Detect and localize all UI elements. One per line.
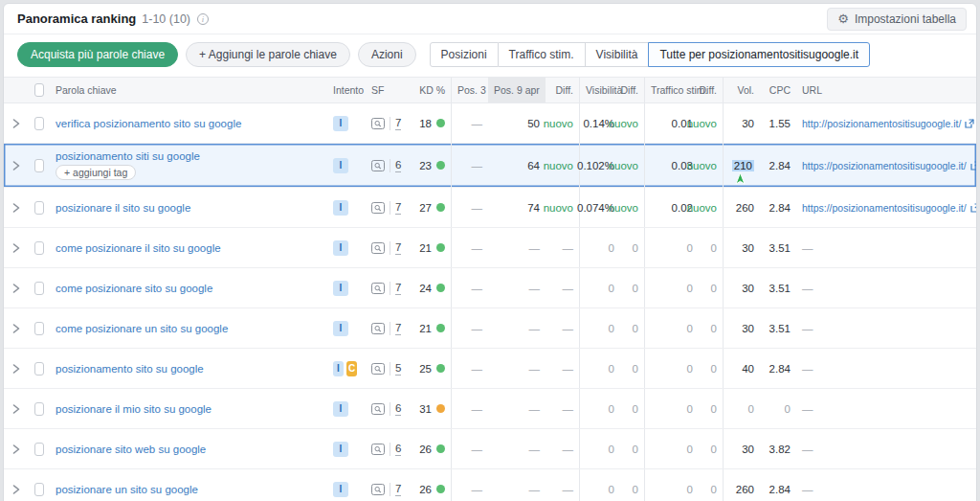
url-link[interactable]: https://posizionamentositisugoogle.it/ <box>802 160 977 171</box>
intent-badge-i[interactable]: I <box>333 200 348 216</box>
col-diff-pos[interactable]: Diff. <box>546 78 580 102</box>
expand-cell[interactable] <box>4 389 29 428</box>
keyword-cell: posizionare sito web su google <box>50 429 327 468</box>
sf-count-link[interactable]: 7 <box>395 483 401 496</box>
volume-value: 0 <box>748 403 754 415</box>
row-checkbox[interactable] <box>34 483 44 496</box>
buy-keywords-button[interactable]: Acquista più parole chiave <box>17 42 178 67</box>
intent-badge-i[interactable]: I <box>333 321 348 336</box>
keyword-link[interactable]: come posizionare sito su google <box>56 283 212 294</box>
col-kd[interactable]: KD % <box>408 78 452 102</box>
col-intent[interactable]: Intento <box>327 78 366 102</box>
tab-tutte-per-posizionamentositisugoogle-it[interactable]: Tutte per posizionamentositisugoogle.it <box>648 42 870 67</box>
url-link[interactable]: https://posizionamentositisugoogle.it/ <box>802 202 977 214</box>
info-icon[interactable]: i <box>197 13 209 25</box>
expand-cell[interactable] <box>4 429 29 468</box>
sf-count-link[interactable]: 6 <box>395 159 401 172</box>
sf-count-link[interactable]: 7 <box>395 322 401 335</box>
serp-features-cell: 7 <box>366 103 408 143</box>
intent-cell: I <box>327 429 366 468</box>
col-diff-traffic[interactable]: Diff. <box>699 78 724 102</box>
keyword-cell: verifica posizionamento sito su google <box>50 103 327 143</box>
row-checkbox[interactable] <box>34 159 44 172</box>
diff-traffic-cell: 0 <box>699 349 724 388</box>
checkbox-cell <box>29 389 50 428</box>
url-link[interactable]: http://posizionamentositisugoogle.it/ <box>802 118 974 129</box>
visibility-cell: 0 <box>580 308 620 348</box>
pos-3-apr-cell: — <box>452 144 488 187</box>
sf-count-link[interactable]: 6 <box>395 402 401 416</box>
traffic-cell: 0 <box>645 349 699 388</box>
add-tag-button[interactable]: + aggiungi tag <box>56 165 136 180</box>
table-row: come posizionare sito su googleI724———00… <box>4 268 976 308</box>
sf-count-link[interactable]: 7 <box>395 282 401 295</box>
volume-value: 260 <box>736 202 754 214</box>
keyword-link[interactable]: posizionare un sito su google <box>56 484 198 495</box>
col-pos-3-apr[interactable]: Pos. 3 apr <box>452 78 488 102</box>
col-url[interactable]: URL <box>796 78 976 102</box>
sf-count-link[interactable]: 7 <box>395 201 401 215</box>
intent-badge-i[interactable]: I <box>333 442 348 457</box>
tab-posizioni[interactable]: Posizioni <box>430 42 499 67</box>
sf-count-link[interactable]: 7 <box>395 241 401 255</box>
expand-cell[interactable] <box>4 268 29 307</box>
intent-badge-i[interactable]: I <box>333 158 348 173</box>
keyword-link[interactable]: come posizionare il sito su google <box>56 242 221 254</box>
keyword-link[interactable]: posizionare il sito su google <box>56 202 190 214</box>
intent-badge-i[interactable]: I <box>333 482 348 497</box>
col-sf[interactable]: SF <box>366 78 408 102</box>
expand-cell[interactable] <box>4 144 29 187</box>
intent-badge-c[interactable]: C <box>346 361 357 376</box>
col-volume[interactable]: Vol. <box>724 78 760 102</box>
expand-cell[interactable] <box>4 349 29 388</box>
col-pos-9-apr[interactable]: Pos. 9 apr <box>488 78 546 102</box>
add-keywords-button[interactable]: + Aggiungi le parole chiave <box>186 42 350 67</box>
kd-cell: 21 <box>408 228 452 267</box>
expand-cell[interactable] <box>4 103 29 143</box>
keyword-link[interactable]: posizionamento siti su google <box>56 150 200 162</box>
col-diff-visibility[interactable]: Diff. <box>620 78 645 102</box>
select-all-checkbox[interactable] <box>34 83 44 97</box>
pos-9-apr-cell: — <box>488 469 546 501</box>
keyword-link[interactable]: posizionare il mio sito su google <box>56 403 212 415</box>
keyword-link[interactable]: posizionare sito web su google <box>56 444 206 455</box>
row-checkbox[interactable] <box>34 201 44 215</box>
intent-badge-i[interactable]: I <box>333 281 348 296</box>
row-checkbox[interactable] <box>34 402 44 416</box>
col-traffic[interactable]: Traffico stim. <box>645 78 699 102</box>
row-checkbox[interactable] <box>34 322 44 335</box>
tab-visibilit-[interactable]: Visibilità <box>586 42 650 67</box>
kd-difficulty-dot <box>436 161 445 170</box>
serp-features-cell: 6 <box>366 389 408 428</box>
row-checkbox[interactable] <box>34 282 44 295</box>
sf-divider <box>390 443 390 456</box>
sf-count-link[interactable]: 7 <box>395 117 401 130</box>
table-settings-button[interactable]: ⚙ Impostazioni tabella <box>827 8 967 31</box>
keyword-link[interactable]: come posizionare un sito su google <box>56 323 228 334</box>
col-cpc[interactable]: CPC <box>760 78 796 102</box>
volume-value: 30 <box>742 283 754 294</box>
col-visibility[interactable]: Visibilità <box>580 78 620 102</box>
col-keyword[interactable]: Parola chiave <box>50 78 327 102</box>
actions-button[interactable]: Azioni <box>358 42 416 67</box>
tab-traffico-stim-[interactable]: Traffico stim. <box>499 42 586 67</box>
sf-count-link[interactable]: 6 <box>395 443 401 456</box>
intent-badge-i[interactable]: I <box>333 116 348 131</box>
expand-cell[interactable] <box>4 228 29 267</box>
expand-cell[interactable] <box>4 188 29 227</box>
expand-cell[interactable] <box>4 308 29 348</box>
page-title: Panoramica ranking <box>17 11 136 26</box>
row-checkbox[interactable] <box>34 443 44 456</box>
keyword-link[interactable]: verifica posizionamento sito su google <box>56 118 241 129</box>
row-checkbox[interactable] <box>34 241 44 255</box>
keyword-link[interactable]: posizionamento sito su google <box>56 363 204 375</box>
intent-badge-i[interactable]: I <box>333 401 348 417</box>
serp-features-icon <box>371 160 385 171</box>
row-checkbox[interactable] <box>34 362 44 376</box>
expand-cell[interactable] <box>4 469 29 501</box>
intent-badge-i[interactable]: I <box>333 361 344 376</box>
intent-badge-i[interactable]: I <box>333 240 348 256</box>
sf-count-link[interactable]: 5 <box>395 362 401 376</box>
row-checkbox[interactable] <box>34 117 44 130</box>
table-settings-label: Impostazioni tabella <box>855 12 956 26</box>
